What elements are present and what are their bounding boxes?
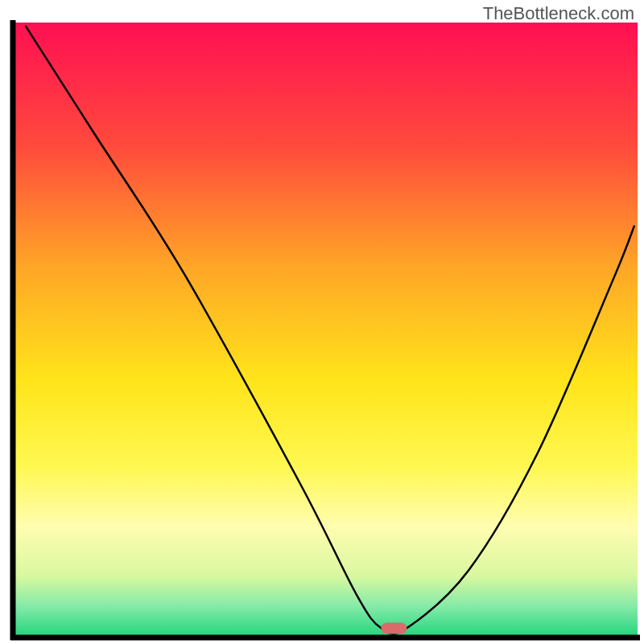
plot-background (13, 23, 638, 638)
optimal-marker (381, 623, 407, 634)
bottleneck-chart (0, 0, 644, 644)
chart-container: TheBottleneck.com (0, 0, 644, 644)
watermark-text: TheBottleneck.com (483, 3, 634, 24)
